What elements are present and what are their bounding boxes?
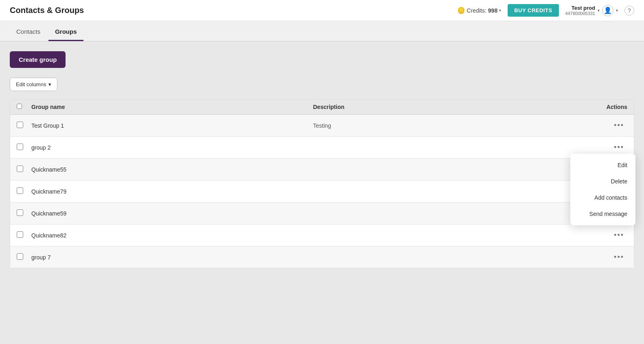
row-5-group-name: Quickname59	[31, 210, 313, 217]
header-checkbox-cell	[17, 104, 31, 110]
header-right: 🪙 Credits: 998 ▾ BUY CREDITS Test prod 4…	[457, 4, 634, 17]
tab-contacts[interactable]: Contacts	[10, 23, 47, 41]
row-1-actions-button[interactable]: •••	[611, 120, 627, 131]
groups-table: Group name Description Actions Test Grou…	[10, 99, 634, 268]
col-header-actions: Actions	[595, 104, 627, 110]
table-row: group 7 •••	[10, 246, 634, 268]
tab-groups[interactable]: Groups	[48, 23, 83, 41]
credits-value: 998	[488, 7, 497, 14]
app-header: Contacts & Groups 🪙 Credits: 998 ▾ BUY C…	[0, 0, 644, 21]
create-group-button[interactable]: Create group	[10, 51, 66, 68]
edit-columns-chevron-icon: ▾	[48, 81, 51, 87]
table-row: group 2 ••• Edit Delete Add contacts Sen…	[10, 137, 634, 159]
account-name: Test prod	[565, 5, 595, 11]
table-row: Quickname79 •••	[10, 181, 634, 202]
row-7-actions-button[interactable]: •••	[611, 251, 627, 263]
row-3-checkbox[interactable]	[17, 165, 23, 172]
tabs-bar: Contacts Groups	[0, 21, 644, 41]
row-2-group-name: group 2	[31, 144, 313, 151]
main-content: Create group Edit columns ▾ Group name D…	[0, 41, 644, 278]
dropdown-item-add-contacts[interactable]: Add contacts	[570, 189, 635, 206]
edit-columns-label: Edit columns	[16, 81, 46, 87]
row-7-actions: •••	[595, 251, 627, 263]
row-6-checkbox[interactable]	[17, 231, 23, 238]
row-4-checkbox[interactable]	[17, 187, 23, 194]
credits-label: Credits:	[467, 7, 486, 14]
page-title: Contacts & Groups	[10, 6, 84, 15]
row-5-checkbox[interactable]	[17, 209, 23, 216]
edit-columns-button[interactable]: Edit columns ▾	[10, 78, 57, 91]
col-header-description: Description	[313, 104, 595, 110]
row-checkbox-cell	[17, 231, 31, 239]
row-7-group-name: group 7	[31, 254, 313, 261]
account-chevron-icon[interactable]: ▾	[598, 8, 600, 13]
buy-credits-button[interactable]: BUY CREDITS	[508, 4, 559, 17]
row-6-actions-button[interactable]: •••	[611, 229, 627, 241]
row-6-group-name: Quickname82	[31, 232, 313, 239]
row-2-actions-button[interactable]: •••	[611, 142, 627, 153]
row-checkbox-cell	[17, 122, 31, 129]
row-checkbox-cell	[17, 165, 31, 173]
dropdown-item-edit[interactable]: Edit	[570, 157, 635, 173]
row-3-group-name: Quickname55	[31, 166, 313, 173]
row-2-checkbox[interactable]	[17, 144, 23, 150]
row-1-actions: •••	[595, 120, 627, 131]
user-icon[interactable]: 👤	[602, 5, 613, 16]
row-1-group-name: Test Group 1	[31, 122, 313, 129]
dropdown-item-send-message[interactable]: Send message	[570, 206, 635, 222]
table-row: Test Group 1 Testing •••	[10, 115, 634, 137]
actions-dropdown-menu: Edit Delete Add contacts Send message	[570, 154, 635, 225]
account-sub: 447800005331	[565, 11, 595, 16]
row-checkbox-cell	[17, 253, 31, 261]
table-row: Quickname59 •••	[10, 202, 634, 224]
select-all-checkbox[interactable]	[17, 104, 22, 109]
credits-chevron-icon[interactable]: ▾	[499, 8, 501, 13]
row-6-actions: •••	[595, 229, 627, 241]
row-checkbox-cell	[17, 187, 31, 195]
table-row: Quickname82 •••	[10, 224, 634, 246]
row-1-description: Testing	[313, 122, 595, 129]
help-icon[interactable]: ?	[624, 6, 634, 15]
row-1-checkbox[interactable]	[17, 122, 23, 128]
credits-section[interactable]: 🪙 Credits: 998 ▾	[457, 7, 502, 14]
account-dropdown-icon[interactable]: ▾	[616, 8, 618, 13]
credits-icon: 🪙	[457, 7, 465, 14]
row-7-checkbox[interactable]	[17, 253, 23, 260]
row-4-group-name: Quickname79	[31, 188, 313, 195]
col-header-group-name: Group name	[31, 104, 313, 110]
row-checkbox-cell	[17, 209, 31, 217]
row-checkbox-cell	[17, 144, 31, 151]
row-2-actions: ••• Edit Delete Add contacts Send messag…	[595, 142, 627, 153]
account-section[interactable]: Test prod 447800005331 ▾ 👤 ▾	[565, 5, 618, 16]
table-row: Quickname55 •••	[10, 159, 634, 181]
dropdown-item-delete[interactable]: Delete	[570, 173, 635, 189]
table-header: Group name Description Actions	[10, 100, 634, 115]
